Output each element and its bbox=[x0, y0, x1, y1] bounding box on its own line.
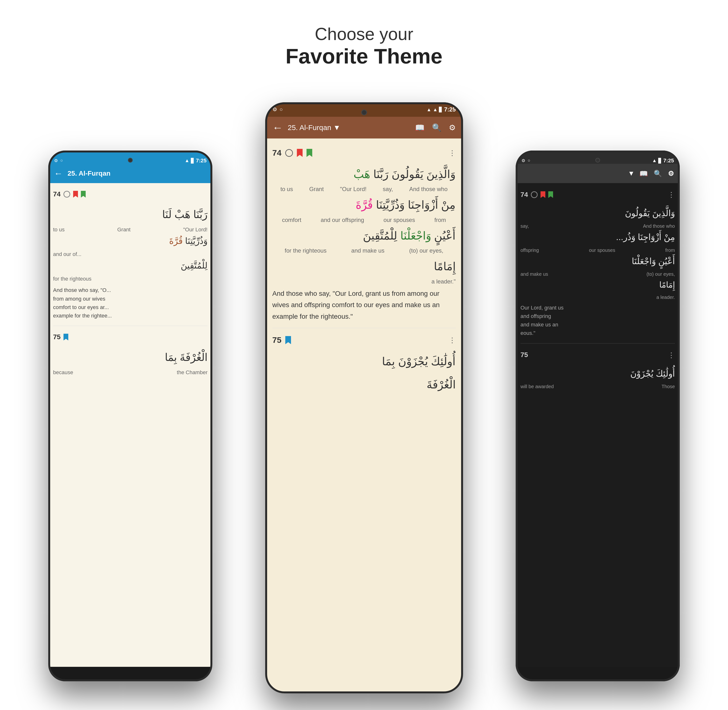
left-sb-icons: ⚙ ○ bbox=[54, 158, 63, 163]
phone-right: ⚙ ○ ▲ ▊ 7:25 ▼ 📖 🔍 ⚙ bbox=[516, 151, 680, 681]
right-trans-74-1: say, And those who bbox=[521, 223, 675, 229]
search-icon-right[interactable]: 🔍 bbox=[654, 170, 662, 178]
right-trans-74-3: and make us (to) our eyes, bbox=[521, 271, 675, 277]
center-back-btn[interactable]: ← bbox=[272, 122, 283, 133]
battery-icon: ▊ bbox=[191, 158, 194, 164]
center-trans-74-4: a leader." bbox=[272, 278, 456, 285]
center-content: 74 ⋮ وَالَّذِينَ يَقُولُونَ رَبَّنَا هَب… bbox=[265, 138, 463, 693]
right-dropdown[interactable]: ▼ bbox=[628, 170, 635, 178]
center-v74-left: 74 bbox=[272, 148, 313, 157]
right-v75-num: 75 bbox=[521, 351, 528, 359]
back-button-left[interactable]: ← bbox=[54, 169, 63, 179]
center-verse-74: 74 ⋮ وَالَّذِينَ يَقُولُونَ رَبَّنَا هَب… bbox=[272, 146, 456, 322]
left-full-trans: And those who say, "O...from among our w… bbox=[53, 286, 207, 320]
center-toolbar-icons: 📖 🔍 ⚙ bbox=[415, 123, 456, 132]
right-arabic-74-4: إِمَامًا bbox=[521, 277, 675, 293]
phone-center-screen: ⚙ ○ ▲ ▲ ▊ 7:25 ← 25. Al-Furqan ▼ 📖 🔍 ⚙ bbox=[265, 102, 463, 693]
chamber-text: the Chamber bbox=[177, 369, 207, 376]
center-v74-num: 74 bbox=[272, 148, 282, 157]
right-v75-row: 75 ⋮ bbox=[521, 348, 675, 362]
settings-icon-right: ⚙ bbox=[521, 158, 525, 163]
bm-blue-center[interactable] bbox=[285, 336, 291, 344]
verse75-menu-right[interactable]: ⋮ bbox=[668, 351, 675, 359]
center-arabic-75-2: الْغُرْفَةَ bbox=[272, 374, 456, 395]
phone-center: ⚙ ○ ▲ ▲ ▊ 7:25 ← 25. Al-Furqan ▼ 📖 🔍 ⚙ bbox=[265, 102, 463, 693]
clock-icon-left bbox=[63, 191, 70, 198]
wifi-icon-center: ▲ bbox=[427, 107, 432, 112]
center-toolbar: ← 25. Al-Furqan ▼ 📖 🔍 ⚙ bbox=[265, 117, 463, 138]
right-verse-75: 75 ⋮ أُولَٰئِكَ يُجْزَوْنَ will be award… bbox=[521, 348, 675, 389]
center-verse-75: 75 ⋮ أُولَٰئِكَ يُجْزَوْنَ بِمَا الْغُرْ… bbox=[272, 333, 456, 395]
left-trans-2: and our of... bbox=[53, 251, 207, 257]
center-separator bbox=[272, 328, 456, 328]
right-trans-74-4: a leader. bbox=[521, 295, 675, 300]
right-toolbar-icons: 📖 🔍 ⚙ bbox=[640, 170, 674, 178]
right-arabic-74-2: مِنْ أَزْوَاجِنَا وَذُر... bbox=[521, 229, 675, 245]
phone-right-screen: ⚙ ○ ▲ ▊ 7:25 ▼ 📖 🔍 ⚙ bbox=[516, 151, 680, 681]
left-toolbar-title: 25. Al-Furqan bbox=[68, 170, 207, 178]
bookmark-blue-left[interactable] bbox=[63, 334, 68, 340]
center-camera bbox=[361, 110, 367, 115]
signal-icon-center: ▲ bbox=[433, 107, 438, 112]
search-icon-center[interactable]: 🔍 bbox=[432, 123, 442, 132]
left-v75-num: 75 bbox=[53, 333, 60, 341]
center-v75-num: 75 bbox=[272, 335, 282, 345]
circle-icon: ○ bbox=[60, 158, 63, 163]
center-v75-row: 75 ⋮ bbox=[272, 333, 456, 347]
left-sb-right: ▲ ▊ 7:25 bbox=[185, 157, 207, 164]
book-icon-center[interactable]: 📖 bbox=[415, 123, 425, 132]
verse75-menu-center[interactable]: ⋮ bbox=[449, 336, 456, 344]
left-separator bbox=[53, 326, 207, 326]
bookmark-red-left[interactable] bbox=[73, 191, 78, 198]
center-v75-left: 75 bbox=[272, 335, 291, 345]
left-content: 74 رَبَّنَا هَبْ لَنَا to us Grant "Our … bbox=[48, 183, 212, 667]
settings-icon: ⚙ bbox=[54, 158, 58, 163]
bm-green-right[interactable] bbox=[548, 191, 553, 198]
center-arabic-74-3: أَعْيُنٍ وَاجْعَلْنَا لِلْمُتَّقِينَ bbox=[272, 225, 456, 246]
verse74-menu-right[interactable]: ⋮ bbox=[668, 190, 675, 199]
wifi-icon-right: ▲ bbox=[652, 158, 657, 163]
settings-icon-center: ⚙ bbox=[272, 106, 277, 113]
time-display: 7:25 bbox=[196, 157, 207, 164]
center-trans-74-2: comfort and our offspring our spouses fr… bbox=[272, 217, 456, 223]
bm-green-center[interactable] bbox=[307, 149, 312, 157]
left-verse-74: 74 رَبَّنَا هَبْ لَنَا to us Grant "Our … bbox=[53, 188, 207, 320]
center-full-trans-74: And those who say, "Our Lord, grant us f… bbox=[272, 288, 456, 322]
battery-icon-center: ▊ bbox=[439, 107, 443, 112]
clock-icon-right bbox=[531, 191, 538, 198]
will-be-awarded-text: will be awarded bbox=[521, 384, 554, 389]
right-arabic-74-3: أَعْيُنٍ وَاجْعَلْنَا bbox=[521, 253, 675, 270]
right-arabic-74-1: وَالَّذِينَ يَقُولُونَ bbox=[521, 205, 675, 222]
wifi-icon: ▲ bbox=[185, 158, 189, 163]
center-arabic-74-1: وَالَّذِينَ يَقُولُونَ رَبَّنَا هَبْ bbox=[272, 164, 456, 185]
battery-icon-right: ▊ bbox=[658, 158, 662, 164]
right-v74-left: 74 bbox=[521, 191, 553, 198]
center-arabic-74-2: مِنْ أَزْوَاجِنَا وَذُرِّيَّتِنَا قُرَّة… bbox=[272, 194, 456, 216]
phones-container: ⚙ ○ ▲ ▊ 7:25 ← 25. Al-Furqan 74 bbox=[0, 102, 728, 681]
right-content: 74 ⋮ وَالَّذِينَ يَقُولُونَ say, And tho… bbox=[516, 183, 680, 667]
settings-btn-right[interactable]: ⚙ bbox=[668, 170, 674, 178]
right-trans-74-2: offspring our spouses from bbox=[521, 248, 675, 253]
center-toolbar-title: 25. Al-Furqan ▼ bbox=[288, 123, 415, 132]
because-text: because bbox=[53, 369, 73, 376]
book-icon-right[interactable]: 📖 bbox=[640, 170, 648, 178]
settings-btn-center[interactable]: ⚙ bbox=[449, 123, 456, 132]
left-arabic-3: لِلْمُتَّقِينَ bbox=[53, 257, 207, 274]
bm-red-right[interactable] bbox=[540, 191, 545, 198]
bookmark-green-left[interactable] bbox=[81, 191, 86, 198]
center-sb-left: ⚙ ○ bbox=[272, 106, 283, 113]
header-subtitle: Choose your bbox=[0, 24, 728, 44]
left-arabic-v75: الْغُرْفَةَ بِمَا bbox=[53, 347, 207, 367]
center-sb-right: ▲ ▲ ▊ 7:25 bbox=[427, 106, 456, 113]
left-camera bbox=[128, 158, 133, 163]
right-full-trans: Our Lord, grant usand offspringand make … bbox=[521, 304, 675, 337]
phone-left: ⚙ ○ ▲ ▊ 7:25 ← 25. Al-Furqan 74 bbox=[48, 151, 212, 681]
right-v74-num: 74 bbox=[521, 191, 528, 198]
circle-icon-center: ○ bbox=[280, 106, 283, 113]
header-title: Favorite Theme bbox=[0, 44, 728, 69]
left-trans-3: for the righteous bbox=[53, 276, 207, 282]
bm-red-center[interactable] bbox=[297, 149, 302, 157]
left-arabic-2: وَذُرِّيَّتِنَا قُرَّةَ bbox=[53, 233, 207, 249]
left-v74-row: 74 bbox=[53, 188, 207, 201]
verse-menu-center[interactable]: ⋮ bbox=[449, 149, 456, 157]
